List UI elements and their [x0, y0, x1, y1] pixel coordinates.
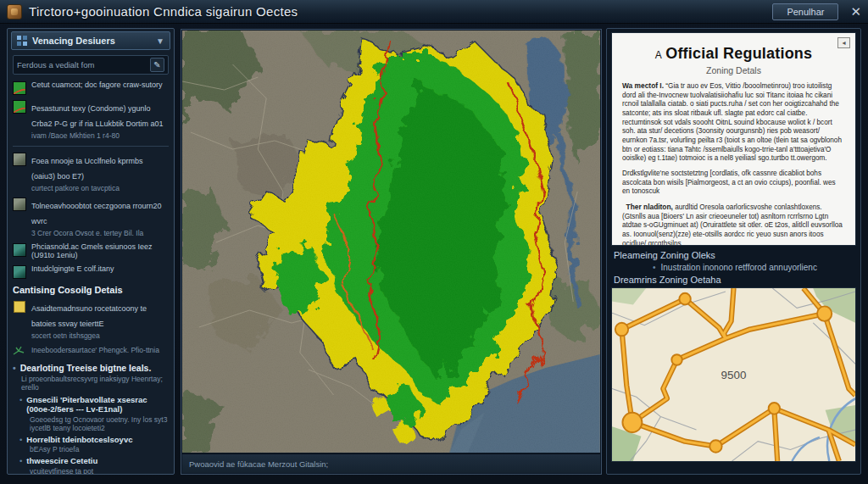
- layer-thumbnail-icon: [13, 243, 26, 257]
- legend-item[interactable]: Ineeboodersaurtace' Phengck. Pfio-ttnia: [11, 342, 170, 359]
- divider: [13, 146, 169, 147]
- satellite-map[interactable]: [182, 31, 600, 453]
- grid-icon: [17, 36, 27, 46]
- layer-thumbnail-icon: [13, 153, 26, 166]
- document-paragraph: Ther nladiton, aurdltid Oresola oarlorli…: [622, 203, 845, 245]
- bullet-label: Horrelbit tdeinbotceslsoyvc: [26, 436, 132, 445]
- layer-thumbnail-icon: [13, 81, 26, 95]
- zoning-title: Dreamrins Zoning Oetaha: [614, 275, 854, 285]
- search-input[interactable]: Ferdous a vedialt fom: [17, 60, 150, 70]
- document-paragraph: Wa mectof I. “Gia tr auo ev Eos, Vittio …: [622, 81, 845, 164]
- bullets-section-title: Dearloting Treeise bigtne Ieals.: [11, 359, 170, 374]
- layer-item[interactable]: Tolneoavhooobtot ceczgoona rrourn20 wvrc…: [11, 195, 170, 240]
- planning-title: Pleameing Zoning Oleks: [614, 250, 854, 260]
- bullet-subtext: vcuitevtfinese ta pot: [11, 466, 170, 475]
- app-window: Tirctoro+gooinuation Cnndica sigairun Oe…: [0, 0, 868, 484]
- legend-text: Asaidtemadnsuno rocetatcoony te batoies …: [31, 304, 147, 328]
- layer-subtext: ivam /Baoe Mkhtien 1 r4-80: [31, 131, 169, 140]
- zoning-mini-map[interactable]: 9500: [612, 288, 855, 461]
- planning-section: Pleameing Zoning Oleks Inustration inono…: [612, 245, 855, 288]
- layer-title: Pesastunut texy (Condome) ygunlo Crba2 P…: [31, 104, 164, 128]
- bullet-label: thweescire Cetetiu: [26, 457, 97, 466]
- legend-subtext: socert oetn itshsggea: [31, 331, 169, 340]
- layer-item[interactable]: Cetut cuamcot; doc fagore craw-sutory: [11, 79, 170, 97]
- app-logo-icon: [7, 4, 22, 19]
- details-panel: A Official Regulations Zoning Detals Wa …: [606, 28, 861, 475]
- sidebar-header-label: Venacing Desiuers: [32, 36, 115, 46]
- layer-item[interactable]: Foea nnooje ta Ucclfnelo kprmbs (oaiu3) …: [11, 150, 170, 195]
- bullet-label: Gnsecili 'Piterbavollate xsesrac (00oe-2…: [26, 396, 169, 414]
- window-title: Tirctoro+gooinuation Cnndica sigairun Oe…: [29, 4, 298, 19]
- layer-title: Tolneoavhooobtot ceczgoona rrourn20 wvrc: [31, 202, 162, 225]
- layer-title: Cetut cuamcot; doc fagore craw-sutory: [31, 81, 163, 95]
- bullet-item[interactable]: Horrelbit tdeinbotceslsoyvc: [11, 433, 170, 445]
- planning-bullet: Inustration inonono retfforod annuyorlie…: [614, 260, 854, 275]
- regulations-document[interactable]: A Official Regulations Zoning Detals Wa …: [612, 33, 855, 245]
- legend-item[interactable]: Asaidtemadnsuno rocetatcoony te batoies …: [11, 298, 170, 342]
- layer-title: Intudclgingte E colf.itany: [31, 264, 114, 279]
- bullets-lead: Li proeonbaultsrecsyvrg inaksiygy Heenrt…: [11, 374, 170, 393]
- action-button[interactable]: Penulhar: [772, 3, 838, 20]
- layer-subtext: 3 Crer Ocora Ovsot e. tertey Bil. Ila: [31, 229, 169, 237]
- layer-thumbnail-icon: [13, 265, 26, 279]
- document-subtitle: Zoning Detals: [622, 65, 845, 75]
- bullet-subtext: bEAsy P trioefa: [11, 444, 170, 453]
- details-section-title: Cantising Cosoilg Detais: [11, 281, 170, 298]
- chevron-down-icon: [156, 36, 164, 46]
- layer-item[interactable]: Intudclgingte E colf.itany: [11, 263, 170, 281]
- layer-thumbnail-icon: [13, 197, 26, 211]
- document-paragraph: Drdkstlgvlite'ne soctstetztng [cordlatis…: [622, 170, 845, 197]
- close-icon[interactable]: [850, 5, 861, 18]
- layer-thumbnail-icon: [13, 100, 26, 114]
- edit-icon[interactable]: [150, 58, 164, 72]
- branch-icon: [13, 345, 26, 357]
- map-canvas: [182, 31, 600, 453]
- zone-number-label: 9500: [721, 369, 747, 381]
- layer-item[interactable]: Phciasnold.ac Gmels esiunoos Ieez (U91to…: [11, 241, 170, 263]
- map-status-text: Pwoaovid ae fûkacae Merzout Gitalsin;: [189, 459, 328, 469]
- collapse-icon[interactable]: [837, 37, 850, 48]
- layer-item[interactable]: Pesastunut texy (Condome) ygunlo Crba2 P…: [11, 97, 170, 142]
- layer-subtext: curtect patkore on tavcptica: [31, 184, 169, 192]
- document-title: A Official Regulations: [622, 45, 845, 63]
- bullet-item[interactable]: thweescire Cetetiu: [11, 454, 170, 466]
- layer-title: Foea nnooje ta Ucclfnelo kprmbs (oaiu3) …: [31, 157, 143, 181]
- bullet-item[interactable]: Gnsecili 'Piterbavollate xsesrac (00oe-2…: [11, 393, 170, 414]
- title-bar: Tirctoro+gooinuation Cnndica sigairun Oe…: [0, 0, 868, 24]
- sidebar-search[interactable]: Ferdous a vedialt fom: [13, 55, 169, 75]
- yellow-swatch-icon: [14, 301, 25, 313]
- bullet-subtext: Goeoedsg tg Ocnovaor uoetny. Iny los syt…: [11, 414, 170, 432]
- layer-title: Phciasnold.ac Gmels esiunoos Ieez (U91to…: [31, 242, 169, 260]
- legend-subtext: Ineeboodersaurtace' Phengck. Pfio-ttnia: [31, 346, 159, 357]
- mini-map-canvas: 9500: [612, 288, 855, 461]
- map-panel: Pwoaovid ae fûkacae Merzout Gitalsin;: [181, 29, 602, 475]
- map-status-bar: Pwoaovid ae fûkacae Merzout Gitalsin;: [182, 453, 600, 473]
- layers-sidebar: Venacing Desiuers Ferdous a vedialt fom …: [7, 28, 175, 475]
- sidebar-header[interactable]: Venacing Desiuers: [11, 31, 170, 50]
